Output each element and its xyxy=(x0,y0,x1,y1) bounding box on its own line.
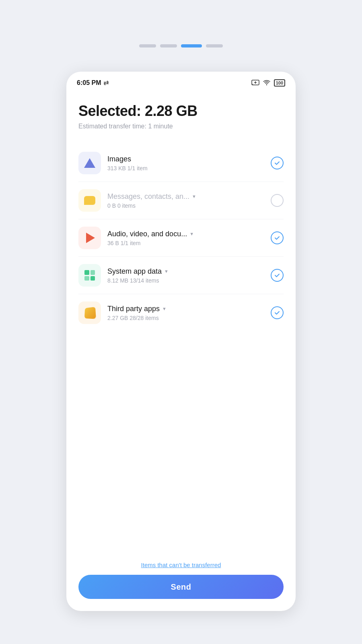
page-dot-2[interactable] xyxy=(160,44,177,47)
images-icon-wrap xyxy=(78,152,101,174)
time-text: 6:05 PM xyxy=(77,79,101,87)
list-item-third-party[interactable]: Third party apps ▼ 2.27 GB 28/28 items xyxy=(78,294,284,331)
messages-item-text: Messages, contacts, an... ▼ 0 B 0 items xyxy=(107,192,271,209)
wifi-icon xyxy=(263,80,271,86)
audio-item-name: Audio, video, and docu... ▼ xyxy=(107,230,271,238)
images-checkbox[interactable] xyxy=(271,157,284,169)
third-party-item-meta: 2.27 GB 28/28 items xyxy=(107,315,271,321)
page-dot-4[interactable] xyxy=(206,44,223,47)
list-item-messages[interactable]: Messages, contacts, an... ▼ 0 B 0 items xyxy=(78,182,284,219)
images-item-text: Images 313 KB 1/1 item xyxy=(107,155,271,171)
page-dot-3[interactable] xyxy=(181,44,202,47)
list-item-images[interactable]: Images 313 KB 1/1 item xyxy=(78,144,284,182)
cant-transfer-link[interactable]: Items that can't be transferred xyxy=(141,561,221,568)
bottom-section: Items that can't be transferred Send xyxy=(66,555,296,611)
list-item-system[interactable]: System app data ▼ 8.12 MB 13/14 items xyxy=(78,257,284,294)
svg-text:×: × xyxy=(252,83,253,86)
images-item-meta: 313 KB 1/1 item xyxy=(107,165,271,171)
system-item-name: System app data ▼ xyxy=(107,267,271,276)
status-icons: × 100 xyxy=(251,79,285,87)
battery-icon: 100 xyxy=(274,79,285,87)
shuffle-icon: ⇄ xyxy=(103,79,109,87)
third-party-item-text: Third party apps ▼ 2.27 GB 28/28 items xyxy=(107,305,271,321)
messages-item-name: Messages, contacts, an... ▼ xyxy=(107,192,271,201)
send-button[interactable]: Send xyxy=(78,575,284,599)
images-item-name: Images xyxy=(107,155,271,163)
third-party-icon xyxy=(84,307,96,319)
items-list: Images 313 KB 1/1 item Messages, xyxy=(78,144,284,547)
audio-item-text: Audio, video, and docu... ▼ 36 B 1/1 ite… xyxy=(107,230,271,246)
system-icon xyxy=(84,270,95,281)
audio-item-meta: 36 B 1/1 item xyxy=(107,240,271,246)
page-indicator xyxy=(139,44,223,47)
third-party-icon-wrap xyxy=(78,301,101,324)
cast-icon: × xyxy=(251,80,259,86)
estimated-time-text: Estimated transfer time: 1 minute xyxy=(78,123,284,130)
battery-level: 100 xyxy=(276,80,283,85)
images-icon xyxy=(84,158,95,168)
third-party-checkbox[interactable] xyxy=(271,306,284,319)
phone-frame: 6:05 PM ⇄ × xyxy=(66,72,296,611)
audio-icon-wrap xyxy=(78,227,101,249)
system-dropdown-arrow: ▼ xyxy=(164,269,169,274)
audio-icon xyxy=(86,233,95,243)
page-dot-1[interactable] xyxy=(139,44,156,47)
status-time: 6:05 PM ⇄ xyxy=(77,79,109,87)
messages-dropdown-arrow: ▼ xyxy=(192,194,196,199)
status-bar: 6:05 PM ⇄ × xyxy=(66,72,296,91)
messages-icon-wrap xyxy=(78,189,101,212)
system-item-meta: 8.12 MB 13/14 items xyxy=(107,277,271,284)
messages-item-meta: 0 B 0 items xyxy=(107,202,271,209)
third-party-item-name: Third party apps ▼ xyxy=(107,305,271,313)
selected-size-title: Selected: 2.28 GB xyxy=(78,103,284,120)
audio-checkbox[interactable] xyxy=(271,231,284,244)
messages-icon xyxy=(84,196,95,205)
list-item-audio[interactable]: Audio, video, and docu... ▼ 36 B 1/1 ite… xyxy=(78,219,284,257)
content-area: Selected: 2.28 GB Estimated transfer tim… xyxy=(66,91,296,555)
audio-dropdown-arrow: ▼ xyxy=(189,231,194,236)
system-item-text: System app data ▼ 8.12 MB 13/14 items xyxy=(107,267,271,284)
system-checkbox[interactable] xyxy=(271,269,284,282)
third-party-dropdown-arrow: ▼ xyxy=(162,306,167,311)
messages-checkbox[interactable] xyxy=(271,194,284,207)
system-icon-wrap xyxy=(78,264,101,287)
